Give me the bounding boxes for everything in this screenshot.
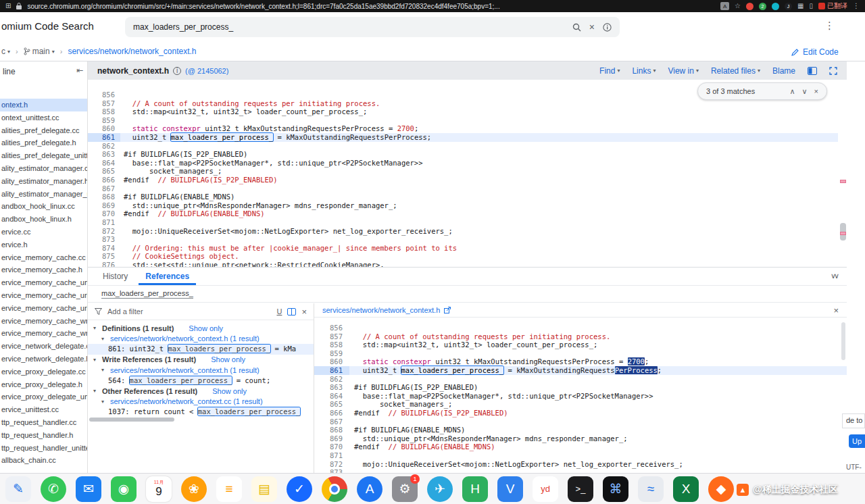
url-bar[interactable]: source.chromium.org/chromium/chromium/sr… — [27, 3, 715, 10]
search-icon[interactable] — [572, 23, 581, 32]
browser-menu-icon[interactable]: ⋮ — [853, 0, 860, 12]
bookmark-star-icon[interactable]: ☆ — [735, 0, 741, 12]
revision-link[interactable]: (@ 2145062) — [185, 67, 228, 75]
file-link[interactable]: services/network/network_context.cc (1 r… — [110, 397, 263, 405]
terminal-app-icon[interactable]: >_ — [568, 476, 593, 502]
close-preview-icon[interactable]: × — [833, 305, 839, 316]
device-icon[interactable]: ▯ — [809, 0, 813, 12]
line-number[interactable]: 869 — [88, 201, 120, 210]
excel-app-icon[interactable]: X — [673, 476, 699, 502]
file-tree-item[interactable]: ervice_memory_cache_write — [0, 327, 87, 340]
line-number[interactable]: 858 — [88, 107, 120, 116]
show-only-link[interactable]: Show only — [212, 387, 247, 395]
clear-filter-icon[interactable]: × — [301, 307, 307, 317]
horizontal-scrollbar[interactable] — [89, 418, 174, 422]
caret-down-icon[interactable]: ▾ — [101, 367, 107, 373]
file-tree-item[interactable]: ervice_proxy_delegate_unitt — [0, 390, 87, 403]
results-file-group[interactable]: ▾services/network/network_context.cc (1 … — [88, 397, 314, 407]
links-menu-button[interactable]: Links▾ — [632, 66, 656, 76]
line-number[interactable]: 867 — [88, 184, 120, 193]
line-number[interactable]: 863 — [88, 150, 120, 159]
show-only-link[interactable]: Show only — [211, 355, 245, 363]
related-files-menu-button[interactable]: Related files▾ — [711, 66, 760, 76]
file-tree-item[interactable]: alities_pref_delegate.cc — [0, 124, 87, 137]
preview-file-link[interactable]: services/network/network_context.h — [322, 306, 440, 314]
more-options-icon[interactable]: ⋮ — [824, 20, 835, 32]
branch-selector[interactable]: main▾ — [24, 47, 55, 56]
split-results-icon[interactable] — [287, 308, 296, 316]
results-section-header[interactable]: ▾Definitions (1 result)Show only — [88, 323, 314, 334]
line-number[interactable]: 875 — [88, 252, 120, 261]
clipped-up-button[interactable]: Up — [849, 434, 865, 448]
file-tree-item[interactable]: ervice.h — [0, 238, 87, 251]
blame-button[interactable]: Blame — [772, 66, 795, 76]
file-link[interactable]: services/network/network_context.h (1 re… — [110, 334, 260, 343]
repo-selector[interactable]: c▾ — [1, 47, 10, 56]
telegram-app-icon[interactable]: ✈ — [427, 476, 453, 502]
notes-app-icon[interactable]: ▤ — [251, 476, 277, 502]
sketch-app-icon[interactable]: ✎ — [5, 476, 31, 502]
line-number[interactable]: 863 — [314, 383, 349, 392]
caret-down-icon[interactable]: ▾ — [93, 325, 99, 331]
file-tree-item[interactable]: ervice_memory_cache.h — [0, 263, 87, 276]
file-tree-item[interactable]: ttp_request_handler.h — [0, 429, 87, 442]
result-item[interactable]: 564: max_loaders_per_process_ = count; — [88, 376, 314, 386]
file-tree-item[interactable]: ervice_network_delegate.cc — [0, 340, 87, 353]
line-number[interactable]: 861 — [88, 133, 120, 142]
phone-app-icon[interactable]: ✆ — [41, 476, 66, 502]
file-tree-item[interactable]: ervice_memory_cache_unitt — [0, 276, 87, 289]
line-number[interactable]: 868 — [88, 193, 120, 201]
chrome-app-icon[interactable] — [322, 476, 347, 502]
results-file-group[interactable]: ▾services/network/network_context.h (1 r… — [88, 334, 314, 345]
line-number[interactable]: 862 — [88, 142, 120, 151]
file-tree-item[interactable]: alities_pref_delegate.h — [0, 136, 87, 149]
line-number[interactable]: 872 — [88, 227, 120, 236]
search-box[interactable]: max_loaders_per_process_ × — [125, 17, 620, 37]
hbuilder-app-icon[interactable]: H — [462, 476, 488, 502]
line-number[interactable]: 872 — [314, 460, 349, 469]
open-in-new-icon[interactable] — [444, 307, 451, 313]
extension-j-icon[interactable]: J — [785, 3, 792, 10]
settings-app-icon[interactable]: ⚙1 — [392, 476, 418, 502]
line-number[interactable]: 871 — [88, 218, 120, 227]
file-link[interactable]: services/network/network_context.h (1 re… — [110, 366, 260, 374]
vscode-app-icon[interactable]: V — [497, 476, 523, 502]
photos-app-icon[interactable]: ❀ — [181, 476, 207, 502]
translated-badge[interactable]: 已翻译 — [818, 1, 847, 11]
line-number[interactable]: 856 — [88, 91, 120, 99]
extension-teal-icon[interactable] — [772, 3, 779, 10]
calendar-app-icon[interactable]: 11月9 — [146, 476, 172, 502]
next-match-icon[interactable]: ∨ — [802, 87, 808, 96]
line-number[interactable]: 857 — [314, 332, 349, 341]
extension-green-badge[interactable]: 2 — [759, 3, 766, 10]
monitor-app-icon[interactable]: ≈ — [638, 476, 664, 502]
line-number[interactable]: 858 — [314, 341, 349, 349]
line-number[interactable]: 864 — [314, 392, 349, 401]
file-tree-item[interactable]: ervice.cc — [0, 226, 87, 238]
file-tree-item[interactable]: andbox_hook_linux.cc — [0, 200, 87, 213]
file-tree-item[interactable]: ontext.h — [0, 99, 87, 111]
appstore-app-icon[interactable]: A — [357, 476, 382, 502]
line-number[interactable]: 866 — [88, 176, 120, 184]
file-tree-item[interactable]: ervice_proxy_delegate.h — [0, 378, 87, 391]
results-section-header[interactable]: ▾Other References (1 result)Show only — [88, 386, 314, 397]
line-number[interactable]: 876 — [88, 261, 120, 267]
line-number[interactable]: 856 — [314, 324, 349, 332]
line-number[interactable]: 868 — [314, 426, 349, 434]
reminders-app-icon[interactable]: ≡ — [216, 476, 242, 502]
line-number[interactable]: 873 — [314, 468, 349, 473]
extension-red-icon[interactable] — [746, 3, 753, 10]
mail-app-icon[interactable]: ✉ — [76, 476, 101, 502]
breadcrumb-path[interactable]: services/network/network_context.h — [68, 47, 196, 56]
file-tree-item[interactable]: ality_estimator_manager.h — [0, 175, 87, 188]
file-tree-item[interactable]: ontext_unittest.cc — [0, 111, 87, 124]
file-tree-item[interactable]: ality_estimator_manager.c — [0, 162, 87, 175]
tab-overview-icon[interactable]: ⊞ — [5, 0, 11, 12]
line-number[interactable]: 866 — [314, 409, 349, 418]
extensions-puzzle-icon[interactable]: ▦ — [797, 0, 804, 12]
collapse-panel-icon[interactable]: ∨∨ — [831, 272, 837, 280]
youdao-app-icon[interactable]: yd — [533, 476, 558, 502]
result-item[interactable]: 861: uint32_t max_loaders_per_process_ =… — [88, 344, 314, 355]
line-number[interactable]: 869 — [314, 434, 349, 443]
file-tree-item[interactable]: ervice_network_delegate.h — [0, 353, 87, 366]
